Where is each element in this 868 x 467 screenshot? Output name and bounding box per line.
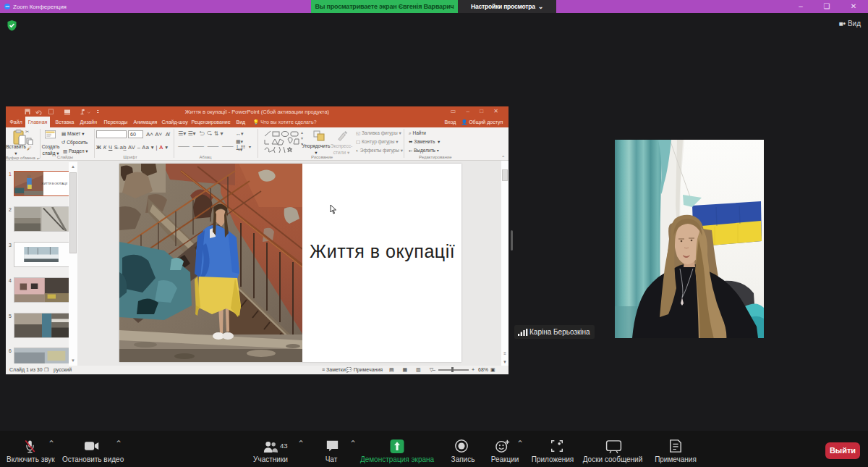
- svg-text:ЖИТТЯ В ОКУПАЦІЇ: ЖИТТЯ В ОКУПАЦІЇ: [41, 182, 67, 185]
